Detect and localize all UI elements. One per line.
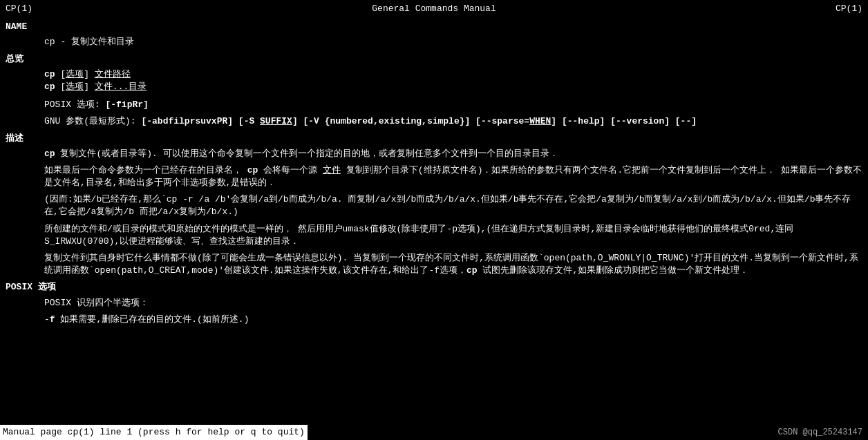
header-right: CP(1) xyxy=(836,3,862,15)
posix-flags: [-fipRr] xyxy=(105,99,148,110)
gnu-flags: [-abdfilprsuvxPR] [-S SUFFIX] [-V {numbe… xyxy=(141,116,697,126)
f-flag: f xyxy=(50,314,55,325)
posix-options-title: POSIX 选项 xyxy=(6,281,862,294)
status-bar-left: Manual page cp(1) line 1 (press h for he… xyxy=(0,425,308,440)
cp-inline-1: cp xyxy=(247,165,258,175)
posix-title-bold: POSIX xyxy=(6,282,32,292)
cp-bold-2: cp xyxy=(44,82,55,92)
filepath-link: 文件路径 xyxy=(95,69,131,79)
gnu-text: GNU 参数(最短形式): xyxy=(44,116,141,126)
posix-line: POSIX 选项: [-fipRr] xyxy=(44,99,862,111)
section-synopsis: 总览 cp [选项] 文件路径 cp [选项] 文件...目录 POSIX 选项… xyxy=(6,53,862,128)
section-description: 描述 cp 复制文件(或者目录等). 可以使用这个命令复制一个文件到一个指定的目… xyxy=(6,133,862,278)
section-posix-options: POSIX 选项 POSIX 识别四个半选项： -f 如果需要,删除已存在的目的… xyxy=(6,281,862,326)
desc-para-2: 如果最后一个命令参数为一个已经存在的目录名， cp 会将每一个源 文件 复制到那… xyxy=(44,164,862,189)
header-line: CP(1) General Commands Manual CP(1) xyxy=(6,3,862,15)
name-title: NAME xyxy=(6,21,862,33)
filedir-link: 文件...目录 xyxy=(95,82,147,92)
terminal: CP(1) General Commands Manual CP(1) NAME… xyxy=(0,0,868,440)
section-name: NAME cp - 复制文件和目录 xyxy=(6,21,862,48)
posix-text: POSIX 选项: xyxy=(44,99,105,110)
status-bar-right: CSDN @qq_25243147 xyxy=(778,427,868,439)
header-left: CP(1) xyxy=(6,3,32,15)
gnu-line: GNU 参数(最短形式): [-abdfilprsuvxPR] [-S SUFF… xyxy=(44,115,862,128)
desc-para-4: 所创建的文件和/或目录的模式和原始的文件的模式是一样的， 然后用用户umask值… xyxy=(44,223,862,248)
posix-intro: POSIX 识别四个半选项： xyxy=(44,297,862,309)
option-link-2: 选项 xyxy=(66,82,84,92)
posix-option-f: -f 如果需要,删除已存在的目的文件.(如前所述.) xyxy=(44,314,862,326)
status-bar: Manual page cp(1) line 1 (press h for he… xyxy=(0,425,868,440)
name-content: cp - 复制文件和目录 xyxy=(44,36,862,48)
synopsis-line1: cp [选项] 文件路径 xyxy=(44,68,862,81)
synopsis-title: 总览 xyxy=(6,53,862,66)
content-area: CP(1) General Commands Manual CP(1) NAME… xyxy=(6,3,862,422)
desc-para-5: 复制文件到其自身时它什么事情都不做(除了可能会生成一条错误信息以外). 当复制到… xyxy=(44,252,862,277)
option-link-1: 选项 xyxy=(66,69,84,79)
synopsis-line2: cp [选项] 文件...目录 xyxy=(44,81,862,93)
cp-bold-desc: cp xyxy=(44,149,55,159)
desc-para-3: (因而:如果/b已经存在,那么`cp -r /a /b'会复制/a到/b而成为/… xyxy=(44,193,862,218)
cp-bold-1: cp xyxy=(44,69,55,79)
header-center: General Commands Manual xyxy=(372,3,496,15)
description-title: 描述 xyxy=(6,133,862,145)
cp-inline-2: cp xyxy=(466,265,478,276)
file-underline: 文件 xyxy=(323,165,341,175)
bracket-close-1: ] xyxy=(84,69,95,79)
bracket-close-2: ] xyxy=(84,82,95,92)
desc-para-1: cp 复制文件(或者目录等). 可以使用这个命令复制一个文件到一个指定的目的地，… xyxy=(44,148,862,160)
